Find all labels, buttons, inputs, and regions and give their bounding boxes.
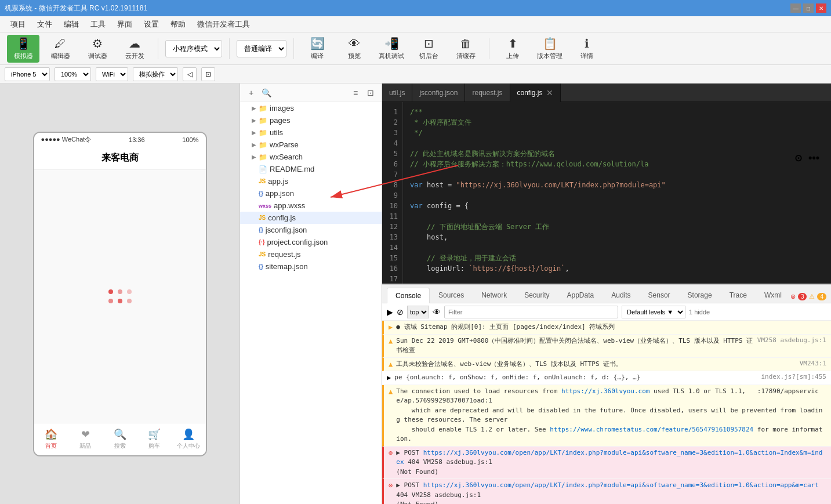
compile-select[interactable]: 普通编译 bbox=[237, 40, 286, 57]
editor-icon: 🖊 bbox=[55, 37, 66, 50]
minimize-button[interactable]: — bbox=[790, 3, 801, 13]
maximize-button[interactable]: □ bbox=[803, 3, 814, 13]
console-output[interactable]: ▶ ● 该域 Sitemap 的规则[0]: 主页面 [pages/index/… bbox=[382, 321, 831, 504]
nav-search[interactable]: 🔍 搜索 bbox=[103, 423, 137, 455]
cloud-button[interactable]: ☁ 云开发 bbox=[118, 35, 151, 63]
file-appjson[interactable]: {} app.json bbox=[240, 187, 382, 200]
file-readme[interactable]: 📄 README.md bbox=[240, 163, 382, 175]
real-test-button[interactable]: 📲 真机调试 bbox=[375, 35, 408, 63]
menu-project[interactable]: 项目 bbox=[5, 17, 31, 32]
menu-settings[interactable]: 设置 bbox=[138, 17, 165, 32]
debugger-button[interactable]: ⚙ 调试器 bbox=[81, 35, 114, 63]
nav-profile[interactable]: 👤 个人中心 bbox=[171, 423, 205, 455]
stop-button[interactable]: ⊘ bbox=[397, 307, 404, 317]
folder-images[interactable]: ▶ 📁 images bbox=[240, 102, 382, 114]
home-icon: 🏠 bbox=[45, 428, 57, 441]
action-select[interactable]: 模拟操作 bbox=[133, 67, 178, 81]
menu-interface[interactable]: 界面 bbox=[111, 17, 138, 32]
levels-select[interactable]: Default levels ▼ bbox=[622, 306, 685, 318]
phone: ●●●●● WeChat令 13:36 100% 来客电商 ••• ⊙ bbox=[33, 132, 207, 456]
run-button[interactable]: ▶ bbox=[387, 307, 393, 317]
version-mgr-button[interactable]: 📋 版本管理 bbox=[534, 35, 566, 63]
folder-wxsearch[interactable]: ▶ 📁 wxSearch bbox=[240, 151, 382, 163]
context-select[interactable]: top bbox=[407, 306, 429, 318]
compile-button[interactable]: 🔄 编译 bbox=[301, 35, 333, 63]
file-sitemap[interactable]: {} sitemap.json bbox=[240, 260, 382, 273]
search-file-button[interactable]: 🔍 bbox=[260, 86, 273, 99]
warn-icon: ▲ bbox=[389, 387, 393, 396]
upload-button[interactable]: ⬆ 上传 bbox=[496, 35, 529, 63]
device-select[interactable]: iPhone 5 bbox=[5, 67, 50, 81]
phone-header: 来客电商 ••• ⊙ bbox=[34, 147, 206, 170]
file-configjs[interactable]: JS config.js bbox=[240, 212, 382, 224]
new-file-button[interactable]: + bbox=[245, 86, 257, 99]
network-select[interactable]: WiFi bbox=[96, 67, 128, 81]
json-icon: {} bbox=[259, 227, 263, 233]
code-content[interactable]: /** * 小程序配置文件 */ // 此处主机域名是腾讯云解决方案分配的域名 … bbox=[403, 102, 831, 284]
folder-utils[interactable]: ▶ 📁 utils bbox=[240, 126, 382, 139]
compile-icon: 🔄 bbox=[310, 37, 325, 50]
tab-jsconfigjson[interactable]: jsconfig.json bbox=[412, 84, 465, 102]
file-requestjs[interactable]: JS request.js bbox=[240, 248, 382, 260]
file-appjs[interactable]: JS app.js bbox=[240, 175, 382, 187]
nav-cart[interactable]: 🛒 购车 bbox=[137, 423, 171, 455]
nav-new[interactable]: ❤ 新品 bbox=[68, 423, 103, 455]
folder-icon: 📁 bbox=[259, 117, 267, 125]
file-appwxss[interactable]: wxss app.wxss bbox=[240, 200, 382, 212]
menu-help[interactable]: 帮助 bbox=[165, 17, 191, 32]
devtools-tab-network[interactable]: Network bbox=[473, 287, 516, 303]
warn-icon: ▶ bbox=[389, 323, 393, 331]
preview-label: 预览 bbox=[348, 52, 361, 60]
cutover-icon: ⊡ bbox=[424, 37, 434, 50]
editor-button[interactable]: 🖊 编辑器 bbox=[44, 35, 77, 63]
devtools-tab-audits[interactable]: Audits bbox=[603, 287, 639, 303]
mode-select[interactable]: 小程序模式 bbox=[165, 40, 222, 57]
nav-cart-label: 购车 bbox=[148, 442, 160, 450]
file-name: jsconfig.json bbox=[266, 226, 307, 234]
detail-button[interactable]: ℹ 详情 bbox=[571, 35, 603, 63]
devtools-tab-sensor[interactable]: Sensor bbox=[640, 287, 679, 303]
rotate-btn[interactable]: ◁ bbox=[183, 67, 197, 81]
clear-cache-label: 清缓存 bbox=[456, 52, 476, 60]
clear-cache-button[interactable]: 🗑 清缓存 bbox=[449, 35, 482, 63]
preview-button[interactable]: 👁 预览 bbox=[338, 35, 371, 63]
version-icon: 📋 bbox=[543, 37, 557, 50]
devtools-tab-appdata[interactable]: AppData bbox=[558, 287, 603, 303]
menu-file[interactable]: 文件 bbox=[31, 17, 58, 32]
tab-configjs[interactable]: config.js ✕ bbox=[510, 84, 561, 102]
warning-icon: ⚠ bbox=[809, 293, 815, 300]
filter-input[interactable] bbox=[444, 306, 618, 318]
time-text: 13:36 bbox=[129, 136, 145, 143]
expand-btn[interactable]: ⊡ bbox=[201, 67, 215, 81]
toolbar: 📱 模拟器 🖊 编辑器 ⚙ 调试器 ☁ 云开发 小程序模式 普通编译 🔄 编译 bbox=[0, 32, 831, 65]
file-panel: + 🔍 ≡ ⊡ ▶ 📁 images ▶ 📁 pages ▶ bbox=[240, 84, 382, 504]
console-line: ▶ ● 该域 Sitemap 的规则[0]: 主页面 [pages/index/… bbox=[382, 321, 831, 335]
devtools-tab-sources[interactable]: Sources bbox=[430, 287, 473, 303]
simulator-button[interactable]: 📱 模拟器 bbox=[7, 35, 39, 63]
zoom-select[interactable]: 100% bbox=[55, 67, 91, 81]
menu-edit[interactable]: 编辑 bbox=[58, 17, 85, 32]
close-tab-icon[interactable]: ✕ bbox=[546, 88, 553, 97]
folder-wxparse[interactable]: ▶ 📁 wxParse bbox=[240, 139, 382, 151]
devtools-tab-wxml[interactable]: Wxml bbox=[756, 287, 790, 303]
folder-icon: 📁 bbox=[259, 153, 267, 161]
devtools-tab-trace[interactable]: Trace bbox=[721, 287, 756, 303]
devtools-tab-security[interactable]: Security bbox=[516, 287, 558, 303]
collapse-button[interactable]: ⊡ bbox=[364, 86, 377, 99]
close-button[interactable]: ✕ bbox=[816, 3, 826, 13]
devtools-tab-console[interactable]: Console bbox=[387, 288, 430, 303]
devtools-tab-storage[interactable]: Storage bbox=[679, 287, 721, 303]
console-line: ▲ 工具未校验合法域名、web-view（业务域名）、TLS 版本以及 HTTP… bbox=[382, 358, 831, 372]
nav-home[interactable]: 🏠 首页 bbox=[34, 423, 68, 455]
error-count: 3 bbox=[798, 293, 807, 300]
folder-pages[interactable]: ▶ 📁 pages bbox=[240, 114, 382, 126]
file-jsconfig[interactable]: {} jsconfig.json bbox=[240, 224, 382, 236]
menu-tools[interactable]: 工具 bbox=[85, 17, 111, 32]
sort-button[interactable]: ≡ bbox=[349, 86, 362, 99]
battery-text: 100% bbox=[182, 136, 198, 143]
file-projectconfig[interactable]: {·} project.config.json bbox=[240, 236, 382, 248]
cutover-button[interactable]: ⊡ 切后台 bbox=[412, 35, 445, 63]
menu-wechat-devtools[interactable]: 微信开发者工具 bbox=[191, 17, 256, 32]
tab-requestjs[interactable]: request.js bbox=[465, 84, 510, 102]
tab-utiljs[interactable]: util.js bbox=[382, 84, 412, 102]
